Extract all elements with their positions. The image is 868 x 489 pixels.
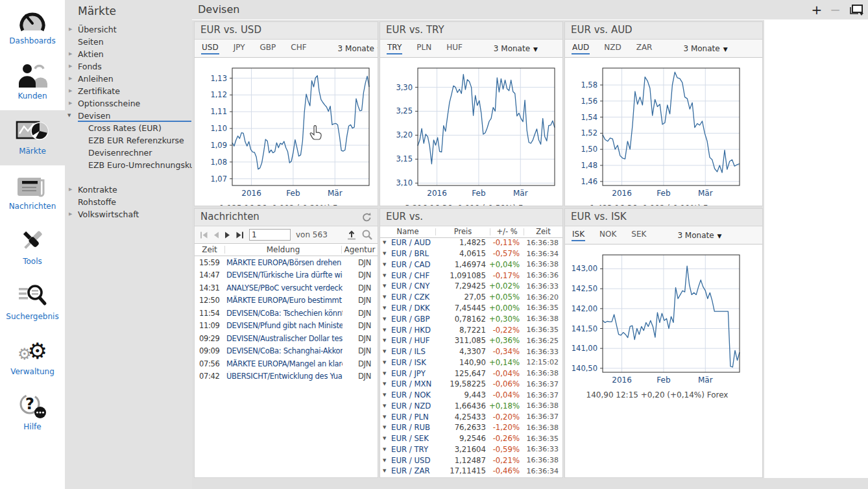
quote-name[interactable]: EUR / DKK xyxy=(391,304,431,313)
expand-row-icon[interactable]: ▼ xyxy=(380,381,391,387)
quote-row[interactable]: ▼EUR / AUD1,4825-0,11%16:36:38 xyxy=(380,237,562,248)
quote-name[interactable]: EUR / TRY xyxy=(391,445,431,454)
tab-pln[interactable]: PLN xyxy=(416,42,432,54)
search-icon[interactable] xyxy=(362,230,372,240)
news-headline[interactable]: DEVISEN/CoBa: Schanghai-Akkord... xyxy=(226,346,343,355)
news-headline[interactable]: DEVISEN/Australischer Dollar teste... xyxy=(226,334,343,343)
first-page-icon[interactable] xyxy=(200,232,208,239)
tree-item-devisen[interactable]: ▼Devisen xyxy=(65,110,192,122)
period-dropdown[interactable]: 3 Monate▼ xyxy=(677,231,721,240)
tab-jpy[interactable]: JPY xyxy=(233,42,246,54)
quote-row[interactable]: ▼EUR / GBP0,78162+0,30%16:36:38 xyxy=(380,313,562,324)
minimize-icon[interactable]: − xyxy=(830,2,841,18)
column-header-meldung[interactable]: Meldung xyxy=(224,246,341,254)
tree-item-aktien[interactable]: ▶Aktien xyxy=(65,48,192,60)
refresh-icon[interactable] xyxy=(361,209,372,226)
page-number-input[interactable] xyxy=(249,229,291,241)
tab-isk[interactable]: ISK xyxy=(572,229,585,241)
column-header-agentur[interactable]: Agentur xyxy=(341,246,378,254)
quote-name[interactable]: EUR / PLN xyxy=(391,412,431,422)
quote-name[interactable]: EUR / AUD xyxy=(391,238,431,247)
quote-row[interactable]: ▼EUR / CAD1,46974+0,04%16:36:38 xyxy=(380,259,562,270)
news-headline[interactable]: DEVISEN/Türkische Lira dürfte wie... xyxy=(226,270,343,280)
tab-usd[interactable]: USD xyxy=(201,42,219,54)
chevron-right-icon[interactable]: ▶ xyxy=(69,60,72,73)
window-layout-icon[interactable] xyxy=(849,3,864,16)
tree-item-ezb-eur-referenzkurse[interactable]: EZB EUR Referenzkurse xyxy=(65,134,192,147)
news-headline[interactable]: ANALYSE/PBoC versucht verdeckt... xyxy=(226,283,343,292)
chevron-right-icon[interactable]: ▶ xyxy=(69,97,72,110)
export-icon[interactable] xyxy=(346,230,357,240)
tab-nok[interactable]: NOK xyxy=(599,229,617,241)
expand-row-icon[interactable]: ▼ xyxy=(380,294,391,300)
quote-row[interactable]: ▼EUR / NOK9,443-0,04%16:36:37 xyxy=(380,390,562,401)
chevron-down-icon[interactable]: ▼ xyxy=(67,110,71,122)
quote-name[interactable]: EUR / ILS xyxy=(391,347,431,356)
sidebar-item-tools[interactable]: Tools xyxy=(0,221,65,276)
quote-name[interactable]: EUR / CHF xyxy=(391,271,431,280)
news-row[interactable]: 14:47DEVISEN/Türkische Lira dürfte wie..… xyxy=(195,269,378,282)
tree-item-optionsscheine[interactable]: ▶Optionsscheine xyxy=(65,97,192,110)
sidebar-item-nachrichten[interactable]: Nachrichten xyxy=(0,165,65,221)
expand-row-icon[interactable]: ▼ xyxy=(380,425,391,430)
eur_aud-plot[interactable]: 1,581,561,541,521,501,481,462016FebMär xyxy=(568,64,747,200)
quote-name[interactable]: EUR / CZK xyxy=(391,292,431,302)
tree-item-rohstoffe[interactable]: Rohstoffe xyxy=(65,196,192,208)
chevron-right-icon[interactable]: ▶ xyxy=(69,208,72,221)
quote-name[interactable]: EUR / SEK xyxy=(391,434,431,443)
news-row[interactable]: 14:31ANALYSE/PBoC versucht verdeckt...DJ… xyxy=(195,281,378,294)
expand-row-icon[interactable]: ▼ xyxy=(380,403,391,409)
tab-huf[interactable]: HUF xyxy=(446,42,463,54)
tab-aud[interactable]: AUD xyxy=(572,42,590,54)
expand-row-icon[interactable]: ▼ xyxy=(380,371,391,376)
quote-row[interactable]: ▼EUR / MXN19,58225-0,06%16:36:37 xyxy=(380,379,562,390)
news-headline[interactable]: MÄRKTE EUROPA/Euro bestimmt ... xyxy=(226,296,343,305)
expand-row-icon[interactable]: ▼ xyxy=(380,283,391,289)
tab-nzd[interactable]: NZD xyxy=(603,42,621,54)
quote-name[interactable]: EUR / MXN xyxy=(391,379,431,388)
news-headline[interactable]: MÄRKTE EUROPA/Börsen drehen i... xyxy=(226,258,343,267)
quote-row[interactable]: ▼EUR / ILS4,3307-0,34%16:36:33 xyxy=(380,346,562,357)
quote-row[interactable]: ▼EUR / RUB76,2633-1,20%16:36:38 xyxy=(380,422,562,433)
quote-row[interactable]: ▼EUR / CZK27,05+0,05%16:36:20 xyxy=(380,292,562,303)
quote-row[interactable]: ▼EUR / DKK7,45445+0,00%16:36:35 xyxy=(380,303,562,314)
column-header-zeit[interactable]: Zeit xyxy=(524,228,562,235)
tree-item--bersicht[interactable]: ▶Übersicht xyxy=(65,23,192,36)
quote-row[interactable]: ▼EUR / SEK9,2546-0,26%16:36:35 xyxy=(380,433,562,444)
tree-item-anleihen[interactable]: ▶Anleihen xyxy=(65,73,192,85)
expand-row-icon[interactable]: ▼ xyxy=(380,338,391,343)
news-headline[interactable]: MÄRKTE EUROPA/Mangel an klare... xyxy=(226,359,343,368)
expand-row-icon[interactable]: ▼ xyxy=(380,262,391,267)
expand-row-icon[interactable]: ▼ xyxy=(380,468,391,473)
quote-name[interactable]: EUR / BRL xyxy=(391,249,431,258)
quote-name[interactable]: EUR / RUB xyxy=(391,423,431,432)
quote-row[interactable]: ▼EUR / PLN4,25433-0,20%16:36:37 xyxy=(380,411,562,422)
column-header-zeit[interactable]: Zeit xyxy=(195,246,224,254)
chevron-right-icon[interactable]: ▶ xyxy=(69,23,72,36)
expand-row-icon[interactable]: ▼ xyxy=(380,316,391,322)
tree-item-zertifikate[interactable]: ▶Zertifikate xyxy=(65,85,192,97)
expand-row-icon[interactable]: ▼ xyxy=(380,240,391,245)
sidebar-item-verwaltung[interactable]: ⚙⚙Verwaltung xyxy=(0,331,65,386)
sidebar-item-kunden[interactable]: Kunden xyxy=(0,55,65,110)
chevron-right-icon[interactable]: ▶ xyxy=(69,48,72,60)
quote-row[interactable]: ▼EUR / CHF1,091085-0,17%16:36:36 xyxy=(380,270,562,281)
column-header-pct[interactable]: +/- % xyxy=(490,228,524,235)
quote-row[interactable]: ▼EUR / BRL4,0615-0,57%16:36:34 xyxy=(380,248,562,259)
quote-name[interactable]: EUR / JPY xyxy=(391,369,431,378)
quote-row[interactable]: ▼EUR / USD1,12487-0,21%16:36:38 xyxy=(380,455,562,466)
quote-name[interactable]: EUR / NOK xyxy=(391,390,431,400)
quote-name[interactable]: EUR / ISK xyxy=(391,358,431,367)
sidebar-item-dashboards[interactable]: Dashboards xyxy=(0,0,65,55)
expand-row-icon[interactable]: ▼ xyxy=(380,251,391,256)
tab-gbp[interactable]: GBP xyxy=(259,42,276,54)
period-dropdown[interactable]: 3 Monate▼ xyxy=(494,44,538,53)
quote-row[interactable]: ▼EUR / CNY7,29425+0,02%16:36:33 xyxy=(380,281,562,292)
news-row[interactable]: 11:54DEVISEN/CoBa: Tschechien könnt...DJ… xyxy=(195,307,378,320)
expand-row-icon[interactable]: ▼ xyxy=(380,458,391,463)
news-headline[interactable]: ÜBERSICHT/Entwicklung des Yuan... xyxy=(226,372,343,381)
quote-name[interactable]: EUR / USD xyxy=(391,456,431,465)
eur_isk-plot[interactable]: 143,00142,50142,00141,50141,00140,502016… xyxy=(568,251,747,387)
tab-try[interactable]: TRY xyxy=(387,42,402,54)
quote-row[interactable]: ▼EUR / HKD8,7221-0,22%16:36:35 xyxy=(380,324,562,335)
